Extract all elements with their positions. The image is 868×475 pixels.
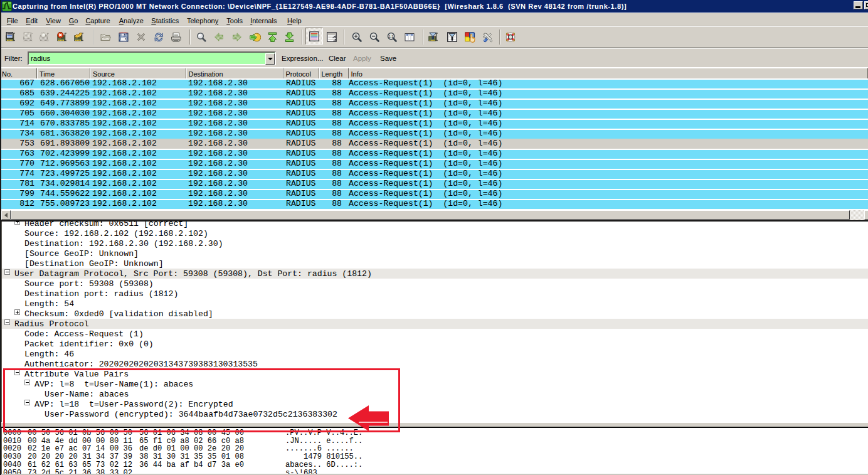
- svg-text:1:1: 1:1: [389, 35, 394, 38]
